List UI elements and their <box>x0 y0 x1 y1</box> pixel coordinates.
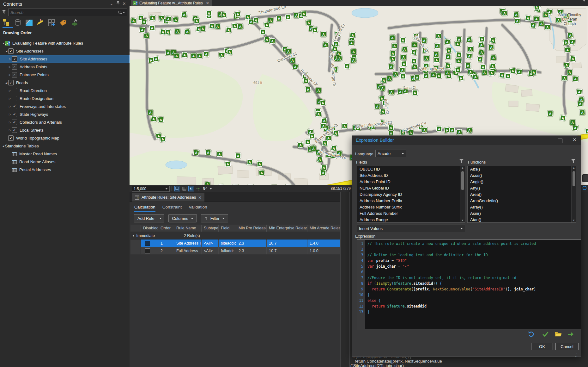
selection-tool-icon[interactable] <box>188 186 194 191</box>
panel-menu-chevron-icon[interactable]: ⌄ <box>109 1 114 6</box>
close-icon[interactable]: ✕ <box>198 195 201 200</box>
tab-calculation[interactable]: Calculation <box>134 205 155 212</box>
layer-item-site-addresses[interactable]: ▷✓Site Addresses <box>0 55 130 63</box>
attribute-rules-tab[interactable]: Attribute Rules: Site Addresses ✕ <box>132 193 204 202</box>
functions-list[interactable]: Abs()Acos()Angle()Any()Area()AreaGeodeti… <box>467 166 576 223</box>
expand-expander-icon[interactable]: ▷ <box>8 73 12 76</box>
maximize-icon[interactable] <box>558 139 562 143</box>
expand-expander-icon[interactable]: ▷ <box>8 121 12 124</box>
list-item-acos[interactable]: Acos() <box>468 172 576 179</box>
visibility-checkbox[interactable]: ✓ <box>8 48 14 54</box>
layer-item-site-addresses[interactable]: ◢✓Site Addresses <box>0 47 130 55</box>
column-header-field[interactable]: Field <box>219 225 236 232</box>
visibility-checkbox[interactable]: ✓ <box>8 135 14 141</box>
scrollbar[interactable]: ▲▼ <box>460 166 465 222</box>
expand-expander-icon[interactable]: ▷ <box>8 97 12 100</box>
search-icon[interactable] <box>118 11 121 14</box>
list-item-address-number-suffix[interactable]: Address Number Suffix <box>357 204 465 210</box>
list-item-areageodetic[interactable]: AreaGeodetic() <box>468 198 576 204</box>
visibility-checkbox[interactable]: ✓ <box>12 112 17 117</box>
list-item-full-address-number[interactable]: Full Address Number <box>357 210 465 217</box>
list-item-abs[interactable]: Abs() <box>468 166 576 172</box>
list-item-nena-global-id[interactable]: NENA Global ID <box>357 185 465 191</box>
snapping-crosshair-icon[interactable] <box>195 186 201 191</box>
map-view-tab[interactable]: Evaluating Feature w...Attribute Rules ✕ <box>131 0 212 6</box>
dialog-title-bar[interactable]: Expression Builder ✕ <box>352 136 581 145</box>
layer-item-postal-addresses[interactable]: Postal Addresses <box>0 166 130 174</box>
layer-item-route-designation[interactable]: ▷Route Designation <box>0 95 130 103</box>
layer-item-evaluating-feature-with-attribute-rules[interactable]: ◢Evaluating Feature with Attribute Rules <box>0 39 130 47</box>
list-item-site-address-id[interactable]: Site Address ID <box>357 172 465 179</box>
list-by-editing-icon[interactable] <box>36 19 45 27</box>
tab-constraint[interactable]: Constraint <box>162 205 182 212</box>
visibility-checkbox[interactable]: ✓ <box>12 120 17 125</box>
fields-filter-icon[interactable] <box>459 159 464 163</box>
fields-list[interactable]: OBJECTIDSite Address IDAddress Point IDN… <box>357 166 465 223</box>
list-by-labeling-icon[interactable] <box>59 19 67 27</box>
list-item-array[interactable]: Array() <box>468 204 576 210</box>
functions-filter-icon[interactable] <box>571 159 575 163</box>
tab-validation[interactable]: Validation <box>189 205 207 212</box>
coordinate-readout[interactable]: 88.1517279 <box>331 186 351 191</box>
list-by-selection-icon[interactable] <box>25 19 33 27</box>
ok-button[interactable]: OK <box>531 343 553 350</box>
expand-expander-icon[interactable]: ▷ <box>8 65 12 68</box>
disabled-checkbox[interactable] <box>145 248 150 253</box>
list-by-data-source-icon[interactable] <box>13 19 22 27</box>
expression-editor[interactable]: 1// This rule will create a new unique i… <box>357 239 581 329</box>
list-item-angle[interactable]: Angle() <box>468 179 576 185</box>
collapse-expander-icon[interactable]: ◢ <box>4 50 8 53</box>
visibility-checkbox[interactable]: ✓ <box>12 72 17 78</box>
list-item-any[interactable]: Any() <box>468 185 576 191</box>
column-header-disabled[interactable]: Disabled <box>141 225 158 232</box>
expand-expander-icon[interactable]: ▷ <box>8 113 12 116</box>
layer-item-road-direction[interactable]: ▷Road Direction <box>0 87 130 95</box>
search-input[interactable] <box>9 10 118 15</box>
map-scale-combo[interactable]: 1:5,000 <box>132 186 170 192</box>
list-item-area[interactable]: Area() <box>468 191 576 198</box>
expand-expander-icon[interactable]: ▷ <box>8 58 12 60</box>
visibility-checkbox[interactable]: ✓ <box>12 104 17 109</box>
collapse-expander-icon[interactable]: ◢ <box>4 81 8 84</box>
close-icon[interactable]: ✕ <box>206 1 209 5</box>
collapse-group-icon[interactable]: ▾ <box>133 234 134 237</box>
validate-check-icon[interactable] <box>542 331 549 339</box>
language-select[interactable]: Arcade <box>375 150 406 157</box>
layer-item-standalone-tables[interactable]: ◢Standalone Tables <box>0 142 130 150</box>
undo-icon[interactable] <box>528 331 535 339</box>
resize-grip[interactable]: .··· <box>575 351 578 358</box>
list-item-address-number-prefix[interactable]: Address Number Prefix <box>357 198 465 204</box>
visibility-checkbox[interactable]: ✓ <box>12 128 17 133</box>
north-options-chevron-icon[interactable] <box>209 188 212 190</box>
collapse-expander-icon[interactable]: ◢ <box>1 42 5 45</box>
list-by-drawing-order-icon[interactable] <box>2 19 10 27</box>
columns-button[interactable]: Columns <box>168 214 197 222</box>
layer-item-entrance-points[interactable]: ▷✓Entrance Points <box>0 71 130 79</box>
add-rule-dropdown-chevron-icon[interactable] <box>157 215 164 222</box>
column-header-subtype[interactable]: Subtype <box>202 225 219 232</box>
export-arrow-icon[interactable] <box>567 331 574 339</box>
list-by-perspective-icon[interactable] <box>70 19 79 27</box>
add-rule-button[interactable]: Add Rule <box>134 214 164 222</box>
insert-values-select[interactable]: Insert Values <box>357 225 465 232</box>
column-header-min-enterprise-release[interactable]: Min Enterprise Release <box>267 225 307 232</box>
docked-pane-edge-icon[interactable] <box>582 174 588 182</box>
open-folder-icon[interactable] <box>555 331 562 339</box>
filter-button[interactable]: Filter <box>201 214 228 222</box>
visibility-checkbox[interactable] <box>12 88 17 93</box>
visibility-checkbox[interactable]: ✓ <box>12 64 17 70</box>
expand-expander-icon[interactable]: ▷ <box>8 129 12 132</box>
layout-grid-icon[interactable] <box>174 186 180 191</box>
layer-item-freeways-and-interstates[interactable]: ▷✓Freeways and Interstates <box>0 103 130 110</box>
visibility-checkbox[interactable]: ✓ <box>8 80 14 85</box>
layer-item-address-points[interactable]: ▷✓Address Points <box>0 63 130 71</box>
expand-expander-icon[interactable]: ▷ <box>8 89 12 92</box>
list-item-address-range[interactable]: Address Range <box>357 217 465 223</box>
layer-item-road-name-aliases[interactable]: Road Name Aliases <box>0 158 130 166</box>
visibility-checkbox[interactable]: ✓ <box>12 56 17 62</box>
column-header-rule-name[interactable]: Rule Name <box>174 225 202 232</box>
pin-icon[interactable] <box>115 1 121 6</box>
list-item-address-point-id[interactable]: Address Point ID <box>357 179 465 185</box>
scrollbar[interactable]: ▲▼ <box>571 166 576 222</box>
column-header-selector[interactable] <box>130 225 141 232</box>
